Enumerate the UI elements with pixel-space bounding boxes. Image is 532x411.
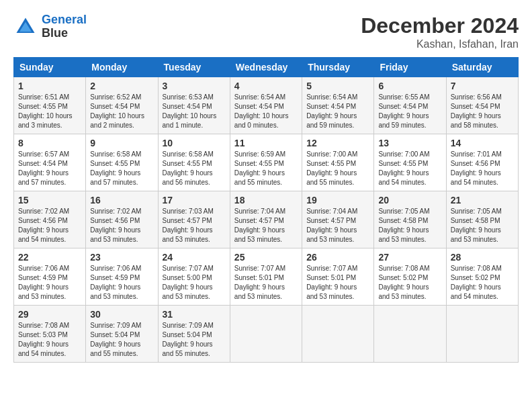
day-number: 8 [18,138,81,148]
table-row: 1 Sunrise: 6:51 AM Sunset: 4:55 PM Dayli… [14,77,86,134]
col-tuesday: Tuesday [158,58,230,77]
day-info: Sunrise: 6:58 AM Sunset: 4:55 PM Dayligh… [163,150,226,187]
table-row: 15 Sunrise: 7:02 AM Sunset: 4:56 PM Dayl… [14,191,86,248]
day-number: 5 [306,81,369,91]
day-number: 13 [378,138,441,148]
day-number: 10 [163,138,226,148]
day-number: 26 [306,252,369,263]
table-row: 13 Sunrise: 7:00 AM Sunset: 4:55 PM Dayl… [374,134,446,191]
day-number: 27 [378,252,441,263]
calendar-title: December 2024 [361,13,519,38]
logo-line2: Blue [42,27,87,40]
day-info: Sunrise: 7:05 AM Sunset: 4:58 PM Dayligh… [451,207,514,244]
day-info: Sunrise: 6:57 AM Sunset: 4:54 PM Dayligh… [18,150,81,187]
table-row: 22 Sunrise: 7:06 AM Sunset: 4:59 PM Dayl… [14,248,86,306]
table-row: 29 Sunrise: 7:08 AM Sunset: 5:03 PM Dayl… [14,306,86,363]
day-number: 23 [90,252,153,263]
day-info: Sunrise: 6:54 AM Sunset: 4:54 PM Dayligh… [306,93,369,130]
table-row: 12 Sunrise: 7:00 AM Sunset: 4:55 PM Dayl… [302,134,374,191]
title-block: December 2024 Kashan, Isfahan, Iran [361,13,519,50]
day-number: 11 [234,138,298,148]
day-info: Sunrise: 6:56 AM Sunset: 4:54 PM Dayligh… [451,93,514,130]
table-row: 9 Sunrise: 6:58 AM Sunset: 4:55 PM Dayli… [86,134,158,191]
day-number: 24 [163,252,226,263]
week-row: 8 Sunrise: 6:57 AM Sunset: 4:54 PM Dayli… [14,134,519,191]
day-number: 28 [451,252,514,263]
table-row: 28 Sunrise: 7:08 AM Sunset: 5:02 PM Dayl… [446,248,518,306]
table-row: 11 Sunrise: 6:59 AM Sunset: 4:55 PM Dayl… [230,134,302,191]
day-info: Sunrise: 7:06 AM Sunset: 4:59 PM Dayligh… [90,264,153,302]
table-row: 25 Sunrise: 7:07 AM Sunset: 5:01 PM Dayl… [230,248,302,306]
day-number: 20 [378,195,441,205]
day-info: Sunrise: 7:09 AM Sunset: 5:04 PM Dayligh… [90,321,153,359]
day-info: Sunrise: 6:52 AM Sunset: 4:54 PM Dayligh… [90,93,153,130]
table-row: 19 Sunrise: 7:04 AM Sunset: 4:57 PM Dayl… [302,191,374,248]
day-info: Sunrise: 6:58 AM Sunset: 4:55 PM Dayligh… [90,150,153,187]
table-row: 31 Sunrise: 7:09 AM Sunset: 5:04 PM Dayl… [158,306,230,363]
day-info: Sunrise: 7:00 AM Sunset: 4:55 PM Dayligh… [378,150,441,187]
table-row: 14 Sunrise: 7:01 AM Sunset: 4:56 PM Dayl… [446,134,518,191]
table-row: 30 Sunrise: 7:09 AM Sunset: 5:04 PM Dayl… [86,306,158,363]
week-row: 1 Sunrise: 6:51 AM Sunset: 4:55 PM Dayli… [14,77,519,134]
day-number: 29 [18,309,81,320]
day-number: 4 [234,81,298,91]
day-info: Sunrise: 7:08 AM Sunset: 5:03 PM Dayligh… [18,321,81,359]
day-number: 17 [163,195,226,205]
day-info: Sunrise: 6:53 AM Sunset: 4:54 PM Dayligh… [163,93,226,130]
table-row: 18 Sunrise: 7:04 AM Sunset: 4:57 PM Dayl… [230,191,302,248]
col-monday: Monday [86,58,158,77]
calendar-table: Sunday Monday Tuesday Wednesday Thursday… [13,57,519,363]
table-row: 23 Sunrise: 7:06 AM Sunset: 4:59 PM Dayl… [86,248,158,306]
table-row: 6 Sunrise: 6:55 AM Sunset: 4:54 PM Dayli… [374,77,446,134]
header-row: Sunday Monday Tuesday Wednesday Thursday… [14,58,519,77]
logo-icon [13,15,38,39]
day-info: Sunrise: 7:02 AM Sunset: 4:56 PM Dayligh… [90,207,153,244]
table-row: 21 Sunrise: 7:05 AM Sunset: 4:58 PM Dayl… [446,191,518,248]
logo: General Blue [13,13,87,40]
day-number: 2 [90,81,153,91]
empty-cell [446,306,518,363]
week-row: 22 Sunrise: 7:06 AM Sunset: 4:59 PM Dayl… [14,248,519,306]
day-number: 22 [18,252,81,263]
day-number: 30 [90,309,153,320]
day-info: Sunrise: 6:59 AM Sunset: 4:55 PM Dayligh… [234,150,298,187]
table-row: 2 Sunrise: 6:52 AM Sunset: 4:54 PM Dayli… [86,77,158,134]
table-row: 16 Sunrise: 7:02 AM Sunset: 4:56 PM Dayl… [86,191,158,248]
day-number: 7 [451,81,514,91]
day-info: Sunrise: 7:04 AM Sunset: 4:57 PM Dayligh… [306,207,369,244]
day-info: Sunrise: 7:06 AM Sunset: 4:59 PM Dayligh… [18,264,81,302]
day-info: Sunrise: 6:51 AM Sunset: 4:55 PM Dayligh… [18,93,81,130]
day-info: Sunrise: 7:09 AM Sunset: 5:04 PM Dayligh… [163,321,226,359]
week-row: 15 Sunrise: 7:02 AM Sunset: 4:56 PM Dayl… [14,191,519,248]
col-sunday: Sunday [14,58,86,77]
empty-cell [302,306,374,363]
page-header: General Blue December 2024 Kashan, Isfah… [13,13,519,50]
day-number: 21 [451,195,514,205]
col-saturday: Saturday [446,58,518,77]
day-info: Sunrise: 7:05 AM Sunset: 4:58 PM Dayligh… [378,207,441,244]
day-number: 1 [18,81,81,91]
calendar-subtitle: Kashan, Isfahan, Iran [361,38,519,50]
day-info: Sunrise: 7:07 AM Sunset: 5:00 PM Dayligh… [163,264,226,302]
day-number: 16 [90,195,153,205]
empty-cell [230,306,302,363]
logo-text: General Blue [42,13,87,40]
table-row: 26 Sunrise: 7:07 AM Sunset: 5:01 PM Dayl… [302,248,374,306]
table-row: 17 Sunrise: 7:03 AM Sunset: 4:57 PM Dayl… [158,191,230,248]
day-number: 3 [163,81,226,91]
day-number: 6 [378,81,441,91]
table-row: 5 Sunrise: 6:54 AM Sunset: 4:54 PM Dayli… [302,77,374,134]
day-info: Sunrise: 7:00 AM Sunset: 4:55 PM Dayligh… [306,150,369,187]
day-info: Sunrise: 7:01 AM Sunset: 4:56 PM Dayligh… [451,150,514,187]
empty-cell [374,306,446,363]
day-number: 18 [234,195,298,205]
table-row: 10 Sunrise: 6:58 AM Sunset: 4:55 PM Dayl… [158,134,230,191]
table-row: 8 Sunrise: 6:57 AM Sunset: 4:54 PM Dayli… [14,134,86,191]
day-info: Sunrise: 7:07 AM Sunset: 5:01 PM Dayligh… [306,264,369,302]
week-row: 29 Sunrise: 7:08 AM Sunset: 5:03 PM Dayl… [14,306,519,363]
day-info: Sunrise: 7:03 AM Sunset: 4:57 PM Dayligh… [163,207,226,244]
table-row: 24 Sunrise: 7:07 AM Sunset: 5:00 PM Dayl… [158,248,230,306]
logo-line1: General [42,13,87,26]
table-row: 7 Sunrise: 6:56 AM Sunset: 4:54 PM Dayli… [446,77,518,134]
table-row: 4 Sunrise: 6:54 AM Sunset: 4:54 PM Dayli… [230,77,302,134]
